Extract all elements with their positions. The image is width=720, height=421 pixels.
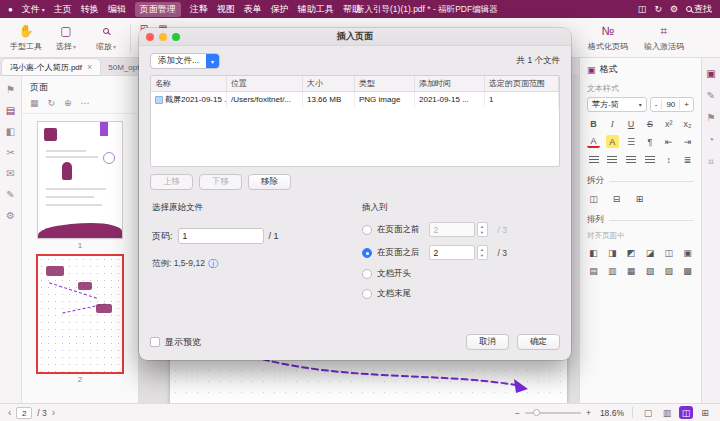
italic-button[interactable]: I — [606, 117, 619, 130]
ok-button[interactable]: 确定 — [517, 334, 560, 350]
menu-item-convert[interactable]: 转换 — [81, 3, 99, 16]
menu-item-protect[interactable]: 保护 — [271, 3, 289, 16]
col-type[interactable]: 类型 — [355, 76, 415, 91]
align-obj-top-icon[interactable]: ◪ — [643, 246, 656, 259]
page-thumbnail-1[interactable] — [38, 122, 122, 238]
radio-document-end[interactable]: 文档末尾 — [362, 288, 560, 300]
move-up-button[interactable]: 上移 — [150, 174, 193, 190]
menu-item-file[interactable]: 文件▾ — [22, 3, 45, 16]
history-tab-icon[interactable]: ◔ — [708, 134, 714, 145]
bookmark-tab-icon[interactable]: ⚑ — [707, 112, 716, 123]
layers-icon[interactable]: ◧ — [6, 126, 15, 137]
cancel-button[interactable]: 取消 — [466, 334, 509, 350]
stepper-icon[interactable]: ▲▼ — [477, 222, 488, 237]
radio-after-page-selected[interactable]: 在页面之后 2 ▲▼ / 3 — [362, 245, 560, 260]
menu-item-home[interactable]: 主页 — [54, 3, 72, 16]
hand-tool-button[interactable]: ✋ 手型工具 — [6, 20, 46, 56]
add-page-icon[interactable]: ⊕ — [64, 98, 72, 108]
align-obj-left-icon[interactable]: ◧ — [587, 246, 600, 259]
document-tab-active[interactable]: 冯小惠-个人简历.pdf × — [2, 59, 100, 75]
panel-settings-icon[interactable]: ⚙ — [6, 210, 15, 221]
comments-icon[interactable]: ✉ — [6, 168, 14, 179]
strikethrough-button[interactable]: S — [643, 117, 656, 130]
align-obj-vcenter-icon[interactable]: ◫ — [662, 246, 675, 259]
split-cells-icon[interactable]: ◫ — [587, 192, 600, 205]
move-down-button[interactable]: 下移 — [199, 174, 242, 190]
zoom-slider[interactable] — [525, 412, 581, 414]
zoom-out-button[interactable]: − — [515, 408, 520, 418]
col-range[interactable]: 选定的页面范围 — [485, 76, 559, 91]
add-cell-icon[interactable]: ⊞ — [633, 192, 646, 205]
align-right-button[interactable] — [625, 153, 638, 166]
font-size-stepper[interactable]: - 90 + — [650, 97, 694, 112]
add-file-dropdown-icon[interactable]: ▾ — [206, 54, 219, 68]
col-name[interactable]: 名称 — [151, 76, 227, 91]
zoom-in-button[interactable]: + — [586, 408, 591, 418]
col-size[interactable]: 大小 — [303, 76, 355, 91]
align-center-button[interactable] — [606, 153, 619, 166]
radio-icon[interactable] — [362, 269, 372, 279]
radio-before-page[interactable]: 在页面之前 2 ▲▼ / 3 — [362, 222, 560, 237]
underline-button[interactable]: U — [625, 117, 638, 130]
apple-menu-icon[interactable]: ● — [8, 5, 13, 14]
size-width-icon[interactable]: ▧ — [643, 264, 656, 277]
align-left-button[interactable] — [587, 153, 600, 166]
find-button[interactable]: 查找 — [686, 3, 712, 16]
indent-increase-button[interactable]: ⇥ — [681, 135, 694, 148]
single-page-view-button[interactable]: ▢ — [641, 406, 655, 419]
menu-item-accessibility[interactable]: 辅助工具 — [298, 3, 334, 16]
bookmarks-icon[interactable]: ⚑ — [6, 84, 15, 95]
more-options-icon[interactable]: ⋯ — [81, 98, 90, 108]
list-button[interactable]: ☰ — [625, 135, 638, 148]
facing-view-button-highlighted[interactable]: ◫ — [679, 406, 693, 419]
subscript-button[interactable]: x₂ — [681, 117, 694, 130]
radio-icon[interactable] — [362, 225, 372, 235]
sync-icon[interactable]: ↻ — [654, 4, 662, 14]
file-table-row[interactable]: 截屏2021-09-15 ... /Users/foxitnet/... 13.… — [151, 92, 559, 107]
select-tool-button[interactable]: ▢ 选择▾ — [46, 20, 86, 56]
indent-decrease-button[interactable]: ⇤ — [662, 135, 675, 148]
continuous-view-button[interactable]: ▥ — [660, 406, 674, 419]
page-thumbnails-icon[interactable]: ▤ — [6, 105, 15, 116]
radio-document-start[interactable]: 文档开头 — [362, 268, 560, 280]
paragraph-button[interactable]: ¶ — [643, 135, 656, 148]
info-icon[interactable]: ⓘ — [208, 259, 218, 269]
attachments-icon[interactable]: ✂ — [6, 147, 14, 158]
zoom-tool-button[interactable]: 缩放▾ — [86, 20, 126, 56]
current-page-input[interactable]: 2 — [16, 407, 32, 419]
fullscreen-view-button[interactable]: ⊞ — [698, 406, 712, 419]
col-added[interactable]: 添加时间 — [415, 76, 485, 91]
layout-icon[interactable]: ◫ — [638, 4, 647, 14]
zoom-slider-knob[interactable] — [533, 409, 540, 416]
col-location[interactable]: 位置 — [227, 76, 303, 91]
rotate-page-icon[interactable]: ↻ — [48, 98, 56, 108]
font-size-decrease[interactable]: - — [651, 100, 662, 109]
font-family-select[interactable]: 苹方-简 ▾ — [587, 97, 647, 112]
properties-tab-icon[interactable]: ✎ — [707, 90, 715, 101]
bold-button[interactable]: B — [587, 117, 600, 130]
merge-cells-icon[interactable]: ⊟ — [610, 192, 623, 205]
distribute-h-icon[interactable]: ▤ — [587, 264, 600, 277]
grid-tab-icon[interactable]: ⌗ — [708, 156, 714, 168]
page-range-input[interactable] — [178, 228, 264, 244]
highlight-color-button[interactable]: A — [606, 135, 619, 148]
menu-item-comment[interactable]: 注释 — [190, 3, 208, 16]
signature-icon[interactable]: ✎ — [6, 189, 14, 200]
close-tab-icon[interactable]: × — [87, 62, 92, 72]
dialog-titlebar[interactable]: 插入页面 — [139, 28, 571, 46]
radio-selected-icon[interactable] — [362, 248, 372, 258]
page-thumbnail-2-selected[interactable] — [38, 256, 122, 372]
radio-icon[interactable] — [362, 289, 372, 299]
remove-button[interactable]: 移除 — [248, 174, 291, 190]
menu-item-form[interactable]: 表单 — [244, 3, 262, 16]
size-equal-icon[interactable]: ▦ — [625, 264, 638, 277]
paragraph-spacing-button[interactable]: ≣ — [681, 153, 694, 166]
show-preview-checkbox[interactable] — [150, 337, 160, 347]
menu-item-view[interactable]: 视图 — [217, 3, 235, 16]
align-obj-right-icon[interactable]: ◩ — [625, 246, 638, 259]
superscript-button[interactable]: x² — [662, 117, 675, 130]
font-size-increase[interactable]: + — [680, 100, 693, 109]
align-justify-button[interactable] — [643, 153, 656, 166]
settings-icon[interactable]: ⚙ — [670, 4, 678, 14]
format-page-number-button[interactable]: № 格式化页码 — [582, 20, 634, 56]
